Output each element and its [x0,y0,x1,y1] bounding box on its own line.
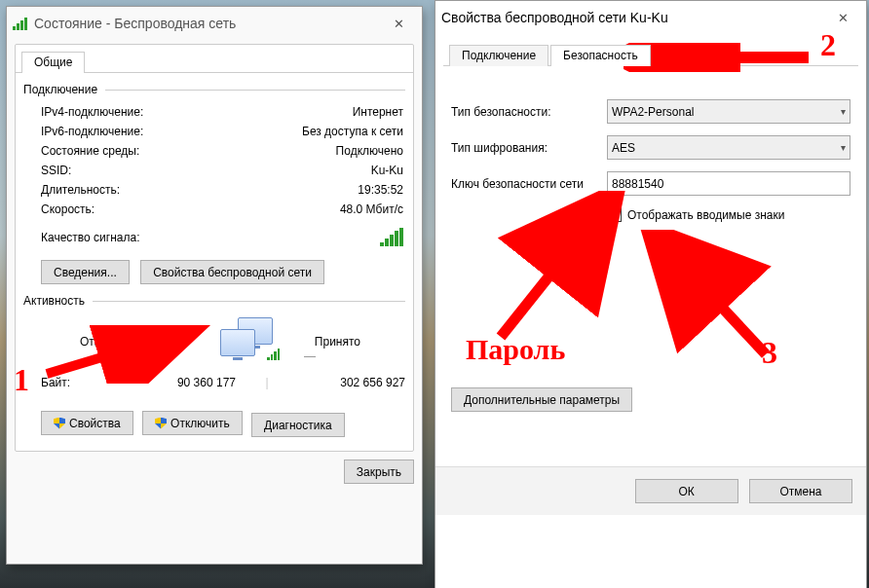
security-key-input[interactable] [607,171,850,196]
titlebar[interactable]: Состояние - Беспроводная сеть ✕ [7,7,422,40]
signal-bars-icon [380,229,403,246]
kv-signal: Качество сигнала: [23,219,405,252]
monitors-icon [220,317,279,366]
bytes-row: Байт: 90 360 177 | 302 656 927 [23,376,405,389]
section-connection: Подключение [23,83,405,96]
wifi-bars-icon [13,17,28,30]
kv-duration: Длительность:19:35:52 [23,180,405,200]
close-icon[interactable]: ✕ [381,12,416,35]
dialog-body: Общие Подключение IPv4-подключение:Интер… [15,44,414,452]
diagnose-button[interactable]: Диагностика [251,413,345,437]
tab-row: Подключение Безопасность [443,42,858,66]
ok-button[interactable]: ОК [635,479,738,503]
shield-icon [155,418,167,429]
tab-security[interactable]: Безопасность [550,45,651,66]
details-button[interactable]: Сведения... [41,260,130,284]
kv-speed: Скорость:48.0 Мбит/с [23,200,405,219]
chevron-down-icon: ▾ [841,142,846,153]
cancel-button[interactable]: Отмена [749,479,852,503]
tab-row: Общие [16,49,413,73]
kv-ipv4: IPv4-подключение:Интернет [23,102,405,122]
kv-ipv6: IPv6-подключение:Без доступа к сети [23,122,405,141]
window-title: Состояние - Беспроводная сеть [34,16,236,31]
annotation-label-password: Пароль [466,333,565,366]
sent-label: Отправлено [80,335,146,349]
close-button[interactable]: Закрыть [344,459,414,484]
properties-button[interactable]: Свойства [41,411,133,435]
tab-general[interactable]: Общие [21,52,85,73]
security-panel: Тип безопасности: WPA2-Personal▾ Тип шиф… [435,66,866,420]
titlebar[interactable]: Свойства беспроводной сети Ku-Ku ✕ [435,1,866,34]
section-activity: Активность [23,294,405,308]
kv-media: Состояние среды:Подключено [23,141,405,161]
bytes-sent: 90 360 177 [129,376,236,389]
annotation-number-2: 2 [820,27,836,63]
row-security-key: Ключ безопасности сети [451,171,850,196]
disable-button[interactable]: Отключить [142,411,243,435]
dialog-footer: ОК Отмена [435,466,866,515]
annotation-number-1: 1 [14,362,29,398]
encryption-select[interactable]: AES▾ [607,135,850,160]
properties-window: Свойства беспроводной сети Ku-Ku ✕ Подкл… [434,0,867,588]
received-label: Принято [315,335,360,349]
bytes-received: 302 656 927 [298,376,405,389]
advanced-settings-button[interactable]: Дополнительные параметры [451,387,632,412]
status-window: Состояние - Беспроводная сеть ✕ Общие По… [6,6,423,565]
tab-connection[interactable]: Подключение [449,45,548,66]
chevron-down-icon: ▾ [841,106,846,117]
annotation-number-3: 3 [762,335,777,371]
show-characters-label: Отображать вводимые знаки [627,208,784,222]
activity-graphic: Отправлено Принято [35,313,405,372]
security-type-select[interactable]: WPA2-Personal▾ [607,99,850,124]
show-characters-checkbox[interactable]: ✓ [607,207,622,222]
row-encryption: Тип шифрования: AES▾ [451,135,850,160]
close-icon[interactable]: ✕ [825,6,860,29]
row-security-type: Тип безопасности: WPA2-Personal▾ [451,99,850,124]
shield-icon [54,418,65,429]
window-title: Свойства беспроводной сети Ku-Ku [441,10,668,25]
row-show-chars: ✓ Отображать вводимые знаки [607,207,850,222]
wireless-properties-button[interactable]: Свойства беспроводной сети [140,260,324,284]
kv-ssid: SSID:Ku-Ku [23,161,405,180]
